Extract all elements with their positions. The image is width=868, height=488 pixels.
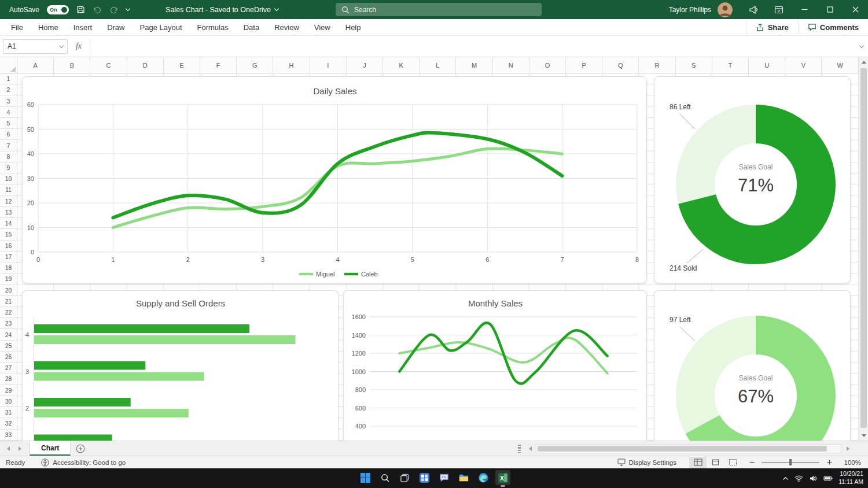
select-all-button[interactable] [0,57,17,73]
taskbar-widgets-icon[interactable] [417,470,432,485]
battery-button[interactable] [823,475,833,482]
column-header-O[interactable]: O [529,57,566,73]
share-button[interactable]: Share [746,19,798,35]
row-header-6[interactable]: 6 [0,129,17,140]
user-name[interactable]: Taylor Phillips [669,6,711,14]
row-header-7[interactable]: 7 [0,140,17,151]
row-header-8[interactable]: 8 [0,151,17,162]
new-sheet-button[interactable] [71,441,90,456]
ribbon-display-options-button[interactable] [766,0,792,19]
zoom-in-button[interactable] [825,458,834,467]
column-header-C[interactable]: C [90,57,127,73]
formula-input[interactable] [90,39,855,54]
column-header-A[interactable]: A [17,57,54,73]
horizontal-scrollbar[interactable] [536,444,841,453]
row-header-24[interactable]: 24 [0,329,17,340]
comments-button[interactable]: Comments [798,19,868,35]
menu-help[interactable]: Help [338,19,369,35]
menu-home[interactable]: Home [31,19,66,35]
close-button[interactable] [843,0,868,19]
volume-button[interactable] [809,475,818,482]
row-header-13[interactable]: 13 [0,207,17,218]
zoom-out-button[interactable] [747,458,756,467]
zoom-level[interactable]: 100% [839,459,861,466]
column-header-S[interactable]: S [676,57,712,73]
column-header-G[interactable]: G [237,57,273,73]
row-header-21[interactable]: 21 [0,296,17,307]
scroll-down-button[interactable] [859,431,868,441]
menu-view[interactable]: View [307,19,338,35]
column-header-E[interactable]: E [164,57,200,73]
column-header-L[interactable]: L [420,57,456,73]
autosave-toggle[interactable]: On [47,5,69,14]
tab-scrollbar-splitter[interactable] [518,445,521,453]
taskbar-excel-icon[interactable]: X [495,470,510,485]
page-break-view-button[interactable] [724,457,741,468]
scroll-left-button[interactable] [525,444,535,453]
normal-view-button[interactable] [689,457,707,468]
vertical-scrollbar[interactable] [859,57,868,441]
taskbar-task-view-icon[interactable] [397,470,412,485]
column-header-B[interactable]: B [54,57,90,73]
chart-sales-goal-donut-1[interactable]: Sales Goal71%86 Left214 Sold [654,76,851,283]
row-header-4[interactable]: 4 [0,107,17,118]
formula-bar-expand-button[interactable] [855,46,868,47]
row-header-14[interactable]: 14 [0,218,17,229]
save-button[interactable] [76,5,85,14]
sheet-nav-right-button[interactable] [19,446,21,451]
row-header-18[interactable]: 18 [0,263,17,273]
row-header-22[interactable]: 22 [0,307,17,318]
column-header-U[interactable]: U [749,57,785,73]
row-header-31[interactable]: 31 [0,407,17,418]
maximize-button[interactable] [817,0,843,19]
accessibility-checker-button[interactable]: Accessibility: Good to go [41,459,126,467]
vertical-scroll-thumb[interactable] [860,68,867,428]
row-header-25[interactable]: 25 [0,341,17,352]
minimize-button[interactable] [792,0,817,19]
column-header-R[interactable]: R [639,57,675,73]
row-header-23[interactable]: 23 [0,318,17,329]
column-header-T[interactable]: T [712,57,749,73]
taskbar-clock[interactable]: 10/20/21 11:11 AM [838,470,863,486]
column-header-F[interactable]: F [200,57,237,73]
column-header-N[interactable]: N [493,57,529,73]
chart-daily-sales[interactable]: Daily Sales0102030405060012345678MiguelC… [22,76,647,283]
customize-qat-button[interactable] [126,9,130,10]
insert-function-button[interactable]: fx [68,42,90,51]
row-header-1[interactable]: 1 [0,73,17,84]
menu-draw[interactable]: Draw [100,19,132,35]
sheet-nav-left-button[interactable] [7,446,10,451]
row-header-26[interactable]: 26 [0,352,17,363]
row-header-3[interactable]: 3 [0,95,17,106]
row-header-11[interactable]: 11 [0,184,17,195]
menu-formulas[interactable]: Formulas [190,19,236,35]
row-header-9[interactable]: 9 [0,162,17,173]
row-header-29[interactable]: 29 [0,385,17,396]
taskbar-chat-icon[interactable] [436,470,451,485]
zoom-slider[interactable] [762,462,819,463]
row-header-20[interactable]: 20 [0,284,17,295]
column-header-W[interactable]: W [822,57,858,73]
sheet-tab-chart[interactable]: Chart [30,441,71,456]
column-header-Q[interactable]: Q [602,57,639,73]
row-header-27[interactable]: 27 [0,363,17,374]
column-header-V[interactable]: V [785,57,822,73]
tray-overflow-button[interactable] [782,476,789,480]
zoom-slider-knob[interactable] [789,459,792,465]
menu-data[interactable]: Data [236,19,267,35]
chart-supply-sell-orders[interactable]: Supply and Sell Orders4321 [22,290,339,441]
announcement-button[interactable] [741,0,766,19]
display-settings-button[interactable]: Display Settings [617,459,676,466]
scroll-right-button[interactable] [843,444,852,453]
search-bar[interactable]: Search [336,3,542,16]
column-header-D[interactable]: D [127,57,164,73]
row-header-19[interactable]: 19 [0,273,17,284]
row-header-28[interactable]: 28 [0,374,17,385]
taskbar-edge-icon[interactable] [476,470,491,485]
name-box[interactable]: A1 [3,39,68,54]
menu-insert[interactable]: Insert [66,19,100,35]
scroll-up-button[interactable] [859,57,868,67]
horizontal-scroll-thumb[interactable] [538,446,827,452]
row-header-33[interactable]: 33 [0,430,17,441]
menu-file[interactable]: File [3,19,31,35]
